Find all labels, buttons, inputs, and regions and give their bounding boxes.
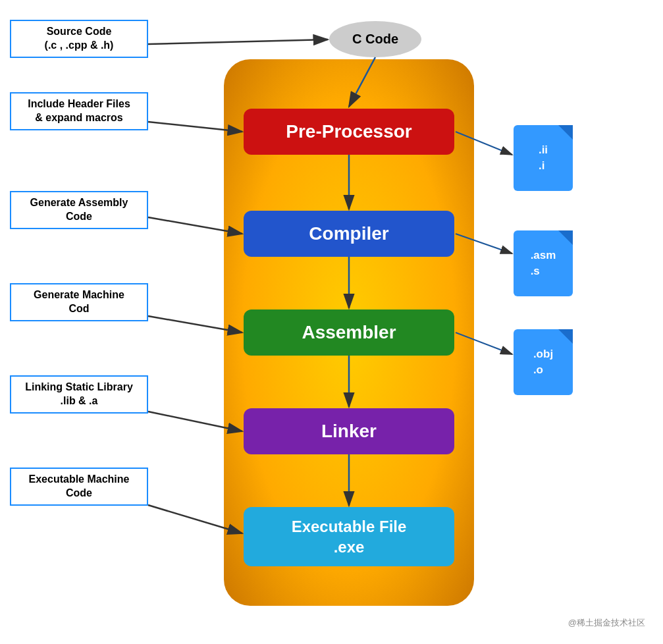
label-assembly-text: Generate Assembly Code (30, 197, 128, 222)
preprocessor-box: Pre-Processor (244, 109, 454, 155)
label-executable-text: Executable MachineCode (29, 473, 130, 498)
label-linking: Linking Static Library.lib & .a (10, 375, 148, 414)
label-source-text: Source Code(.c , .cpp & .h) (45, 26, 114, 51)
label-header-text: Include Header Files& expand macros (28, 98, 130, 123)
label-header: Include Header Files& expand macros (10, 92, 148, 130)
label-machine-text: Generate MachineCod (34, 289, 124, 314)
c-code-label: C Code (352, 32, 398, 47)
linker-label: Linker (321, 421, 377, 442)
file-ii-icon: .ii.i (514, 125, 573, 191)
executable-box: Executable File.exe (244, 507, 454, 566)
label-executable: Executable MachineCode (10, 468, 148, 506)
assembler-label: Assembler (302, 322, 396, 343)
preprocessor-label: Pre-Processor (286, 121, 411, 142)
label-machine: Generate MachineCod (10, 283, 148, 321)
file-asm-icon: .asm.s (514, 230, 573, 296)
file-obj-icon: .obj.o (514, 329, 573, 395)
watermark: @稀土掘金技术社区 (568, 617, 645, 629)
executable-label: Executable File.exe (292, 516, 407, 557)
file-asm-text: .asm.s (531, 248, 556, 279)
label-linking-text: Linking Static Library.lib & .a (25, 381, 133, 406)
label-assembly: Generate Assembly Code (10, 191, 148, 229)
diagram-container: C Code Source Code(.c , .cpp & .h) Inclu… (7, 7, 655, 635)
compiler-label: Compiler (309, 223, 388, 244)
label-source: Source Code(.c , .cpp & .h) (10, 20, 148, 58)
file-obj-text: .obj.o (533, 346, 553, 378)
arrow-source-ccode (148, 40, 328, 44)
file-ii-text: .ii.i (539, 142, 548, 174)
linker-box: Linker (244, 408, 454, 454)
assembler-box: Assembler (244, 309, 454, 356)
compiler-box: Compiler (244, 211, 454, 257)
c-code-ellipse: C Code (329, 21, 421, 57)
